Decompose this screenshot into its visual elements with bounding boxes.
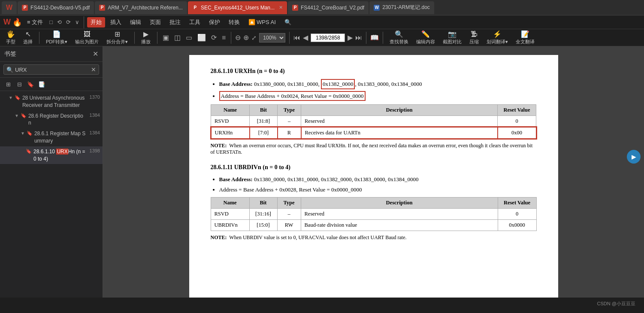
bookmark-text-286: 28.6 Register Descriptio n <box>28 112 86 127</box>
section-urxhn: 28.6.1.10 URXHn (n = 0 to 4) Base Addres… <box>211 68 537 155</box>
screenshot-label: 截图对比 <box>443 39 462 45</box>
bookmark-item-28[interactable]: ▼ 🔖 28 Universal Asynchronous Receiver a… <box>0 93 103 111</box>
find-replace-button[interactable]: 🔍 查找替换 <box>387 29 411 46</box>
cell-desc-ubrdivn: Baud-rate division value <box>301 220 498 231</box>
menu-start[interactable]: 开始 <box>87 17 105 27</box>
output-img-button[interactable]: 🖼 输出为图片 <box>73 30 101 46</box>
view-icon4[interactable]: ⬜ <box>196 33 207 42</box>
view-icon3[interactable]: ▭ <box>184 33 194 42</box>
bookmark-item-2861[interactable]: ▼ 🔖 28.6.1 Register Map S ummary 1384 <box>0 128 103 146</box>
col-header-reset: Reset Value <box>498 105 536 116</box>
menu-protect[interactable]: 保护 <box>206 17 224 27</box>
cell-reset-rsvd1: 0 <box>498 116 536 128</box>
split-icon: ⊞ <box>115 30 120 38</box>
cell-bit-ubrdivn: [15:0] <box>249 220 277 231</box>
zoom-in-button[interactable]: ⊕ <box>243 33 249 42</box>
split-merge-button[interactable]: ⊞ 拆分合并▾ <box>104 29 130 46</box>
menu-edit[interactable]: 编辑 <box>127 17 145 27</box>
output-img-label: 输出为图片 <box>75 39 99 45</box>
search-clear-button[interactable]: ✕ <box>91 66 96 73</box>
wps-ai-icon: 🔼 <box>248 19 255 25</box>
menu-tools[interactable]: 工具 <box>186 17 204 27</box>
cell-reset-rsvd2: 0 <box>498 209 536 220</box>
cell-type-ubrdivn: RW <box>277 220 301 231</box>
menu-file[interactable]: ≡ 文件 <box>24 17 46 27</box>
full-translate-label: 全文翻译 <box>516 39 535 45</box>
cell-type-rsvd2: – <box>277 209 301 220</box>
edit-content-button[interactable]: ✏️ 编辑内容 <box>414 29 438 46</box>
edit-content-label: 编辑内容 <box>416 39 435 45</box>
tab-close-icon[interactable]: ✕ <box>279 5 283 10</box>
note-ubrdivn: NOTE: When UBRDIV value is set to 0, UFR… <box>211 234 537 241</box>
menu-search-icon[interactable]: 🔍 <box>281 18 295 27</box>
zoom-out-button[interactable]: ⊖ <box>235 33 241 42</box>
tab-icon-pdf4: P <box>292 5 298 11</box>
fire-icon[interactable]: 🔥 <box>12 18 22 27</box>
pdf-convert-label: PDF转换▾ <box>46 39 67 45</box>
screenshot-button[interactable]: 📷 截图对比 <box>440 29 464 46</box>
cell-desc-rsvd2: Reserved <box>301 209 498 220</box>
next-page-button[interactable]: ▶ <box>348 33 353 42</box>
menu-wps-ai[interactable]: 🔼 WPS AI <box>245 18 279 27</box>
menu-redo-icon[interactable]: ⟳ <box>65 19 72 25</box>
bookmark-icon-2861: 🔖 <box>27 131 33 136</box>
menu-convert[interactable]: 转换 <box>225 17 243 27</box>
page-number-input[interactable] <box>311 33 345 42</box>
hand-tool-button[interactable]: 🖐 手型 <box>3 29 18 46</box>
view-single-icon[interactable]: ▣ <box>161 33 170 42</box>
find-replace-label: 查找替换 <box>390 39 408 45</box>
right-float-button[interactable]: ▶ <box>627 150 641 164</box>
translate-button[interactable]: ⚡ 划词翻译▾ <box>484 29 511 46</box>
menu-annotate[interactable]: 批注 <box>166 17 184 27</box>
text-view-icon[interactable]: ≡ <box>221 34 227 42</box>
menu-scan-icon[interactable]: □ <box>48 19 54 25</box>
pdf-convert-button[interactable]: 📄 PDF转换▾ <box>43 29 70 46</box>
col-header-bit: Bit <box>250 105 278 116</box>
zoom-select[interactable]: 100% 75% 125% 150% <box>259 33 285 43</box>
view-icon2[interactable]: ◫ <box>173 33 182 42</box>
expand-all-button[interactable]: ⊞ <box>3 79 13 89</box>
bookmark-item-286[interactable]: ▼ 🔖 28.6 Register Descriptio n 1384 <box>0 111 103 129</box>
bookmark-view-icon[interactable]: 📖 <box>370 33 379 42</box>
menu-copy-icon[interactable]: ⟲ <box>56 19 63 25</box>
sidebar-tools: ⊞ ⊟ 🔖 📑 <box>0 78 103 91</box>
tab-label-4: FS4412_CoreBoard_V2.pdf <box>301 5 364 11</box>
tab-arm-notes[interactable]: W 23071-ARM笔记.doc <box>369 1 434 14</box>
register-table-urxhn: Name Bit Type Description Reset Value RS… <box>211 104 537 139</box>
prev-page-button[interactable]: ◀ <box>303 33 308 42</box>
bookmark-page-urxhn: 1398 <box>88 148 100 153</box>
tab-fs4412-devboard[interactable]: P FS4412-DevBoard-V5.pdf <box>18 1 94 14</box>
search-icon: 🔍 <box>6 67 13 73</box>
hand-tool-label: 手型 <box>6 39 15 45</box>
bookmark-add-btn[interactable]: 📑 <box>37 79 46 89</box>
address-formula-box: Address = Base Address + 0x0024, Reset V… <box>219 91 366 101</box>
bookmark-icon-btn[interactable]: 🔖 <box>26 79 35 89</box>
tab-sec-exynos[interactable]: P SEC_Exynos4412_Users Man... ✕ <box>188 1 287 14</box>
compress-button[interactable]: 🗜 压缩 <box>467 30 481 46</box>
play-button[interactable]: ▶ 播放 <box>139 29 153 46</box>
tab-icon-pdf3: P <box>192 5 198 11</box>
menu-insert[interactable]: 插入 <box>107 17 125 27</box>
collapse-all-button[interactable]: ⊟ <box>15 79 24 89</box>
menu-dropdown-icon[interactable]: ∨ <box>74 19 81 25</box>
wps-menu-logo[interactable]: W <box>3 18 11 27</box>
tab-wps-logo[interactable]: W <box>2 1 17 14</box>
highlighted-address: 0x1382_0000 <box>321 79 355 89</box>
tab-arm-v7[interactable]: P ARM_V7_Architecture Referen... <box>95 1 187 14</box>
remaining-addresses: , 0x1383_0000, 0x1384_0000 <box>355 81 422 87</box>
rotate-icon[interactable]: ⟳ <box>210 33 218 42</box>
last-page-button[interactable]: ⏭ <box>355 34 362 42</box>
pdf-area[interactable]: 28.6.1.10 URXHn (n = 0 to 4) Base Addres… <box>103 46 644 298</box>
output-img-icon: 🖼 <box>84 30 91 38</box>
bookmark-item-urxhn[interactable]: 🔖 28.6.1.10 URXHn (n = 0 to 4) 1398 <box>0 146 103 164</box>
select-tool-button[interactable]: ↖ 选择 <box>21 29 35 46</box>
menu-page[interactable]: 页面 <box>146 17 164 27</box>
search-input[interactable] <box>15 67 89 73</box>
first-page-button[interactable]: ⏮ <box>293 34 300 42</box>
section1-bullets: Base Address: 0x1380_0000, 0x1381_0000, … <box>219 79 537 101</box>
sidebar-close-button[interactable]: ✕ <box>93 50 98 58</box>
tab-fs4412-coreboard[interactable]: P FS4412_CoreBoard_V2.pdf <box>288 1 369 14</box>
zoom-fit-icon[interactable]: ⤢ <box>251 34 257 41</box>
play-label: 播放 <box>141 39 151 45</box>
full-translate-button[interactable]: 📝 全文翻译 <box>513 29 537 46</box>
